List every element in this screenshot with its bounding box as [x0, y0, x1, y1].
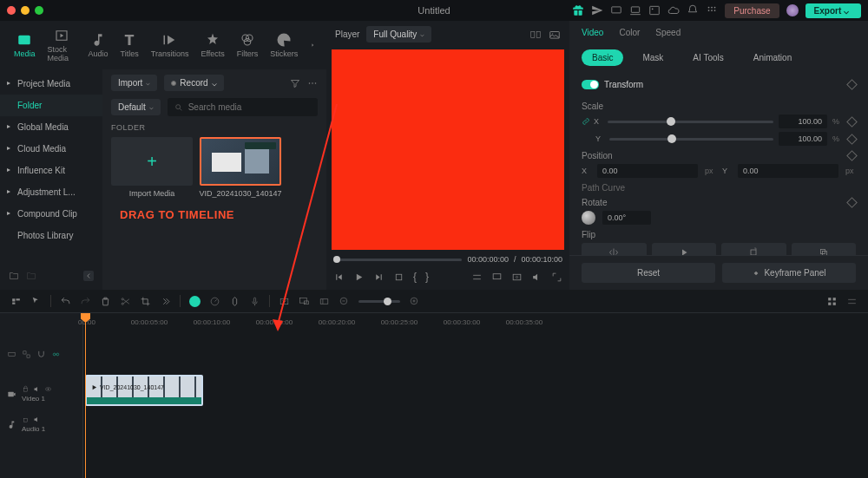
sidebar-item-adjustment[interactable]: Adjustment L...: [0, 181, 102, 203]
link-icon[interactable]: [51, 350, 61, 359]
eye-icon[interactable]: [44, 385, 52, 393]
more-icon[interactable]: [307, 78, 318, 88]
timeline-ruler[interactable]: 00:0000:00:05:0000:00:10:0000:00:15:0000…: [83, 313, 868, 336]
timeline-tracks[interactable]: 00:0000:00:05:0000:00:10:0000:00:15:0000…: [83, 313, 868, 478]
mark-out-icon[interactable]: }: [425, 271, 429, 283]
pos-x-value[interactable]: 0.00: [597, 164, 698, 178]
sidebar-item-influence-kit[interactable]: Influence Kit: [0, 160, 102, 181]
flip-copy-button[interactable]: [792, 243, 857, 255]
scale-y-value[interactable]: 100.00: [779, 132, 827, 146]
next-frame-icon[interactable]: [373, 272, 385, 283]
sort-dropdown[interactable]: Default: [111, 99, 161, 115]
grid-icon[interactable]: [826, 296, 838, 307]
scale-y-slider[interactable]: [609, 138, 773, 141]
filter-icon[interactable]: [290, 78, 300, 88]
play-icon[interactable]: [353, 272, 365, 283]
pointer-tool-icon[interactable]: [10, 296, 22, 307]
subtab-ai-tools[interactable]: AI Tools: [682, 49, 733, 66]
select-tool-icon[interactable]: [30, 296, 42, 307]
settings-icon[interactable]: [471, 272, 483, 283]
timeline-clip[interactable]: VID_20241030_140147: [85, 375, 203, 406]
export-button[interactable]: Export ⌵: [806, 3, 861, 18]
snapshot-icon[interactable]: [549, 29, 561, 41]
sidebar-item-photos[interactable]: Photos Library: [0, 225, 102, 246]
window-controls[interactable]: [7, 6, 43, 15]
keyframe-icon[interactable]: [846, 79, 858, 90]
mark-in-icon[interactable]: {: [413, 271, 417, 283]
transform-toggle[interactable]: [582, 80, 599, 89]
nav-more-icon[interactable]: [310, 41, 316, 49]
toggle-track-icon[interactable]: [7, 350, 16, 359]
audio-track[interactable]: [83, 409, 868, 433]
speed-icon[interactable]: [209, 296, 220, 307]
sidebar-item-global-media[interactable]: Global Media: [0, 116, 102, 138]
mute-icon[interactable]: [33, 385, 41, 393]
volume-icon[interactable]: [531, 272, 542, 283]
keyframe-icon[interactable]: [846, 134, 858, 145]
collapse-icon[interactable]: [83, 271, 94, 281]
nav-stock-media[interactable]: Stock Media: [44, 26, 80, 64]
voiceover-icon[interactable]: [249, 296, 260, 307]
time-scrubber[interactable]: [333, 259, 462, 261]
compare-icon[interactable]: [529, 29, 542, 41]
sidebar-item-project-media[interactable]: Project Media: [0, 73, 102, 95]
tab-speed[interactable]: Speed: [655, 28, 681, 43]
notification-icon[interactable]: [687, 4, 699, 16]
rotate-value[interactable]: 0.00°: [602, 211, 651, 225]
crop-icon[interactable]: [511, 272, 523, 283]
keyframe-panel-button[interactable]: Keyframe Panel: [722, 263, 856, 283]
nav-media[interactable]: Media: [10, 30, 39, 60]
playhead[interactable]: [85, 313, 86, 478]
nav-stickers[interactable]: Stickers: [266, 30, 301, 60]
mute-icon[interactable]: [33, 416, 41, 423]
stop-icon[interactable]: [393, 272, 404, 283]
split-icon[interactable]: [120, 296, 131, 307]
zoom-out-icon[interactable]: [339, 296, 350, 307]
more-tools-icon[interactable]: [160, 296, 171, 307]
nav-effects[interactable]: Effects: [197, 30, 227, 60]
scale-x-value[interactable]: 100.00: [779, 115, 827, 128]
marker-add-icon[interactable]: [229, 296, 240, 307]
subtab-animation[interactable]: Animation: [743, 49, 802, 66]
link-track-icon[interactable]: [22, 350, 31, 359]
crop-tool-icon[interactable]: [140, 296, 151, 307]
flip-vertical-button[interactable]: [652, 243, 717, 255]
reset-button[interactable]: Reset: [582, 263, 715, 283]
keyframe-icon[interactable]: [846, 197, 858, 208]
fullscreen-icon[interactable]: [551, 272, 562, 283]
link-icon[interactable]: [582, 115, 590, 128]
folder-icon[interactable]: [26, 271, 36, 281]
zoom-slider[interactable]: [358, 300, 400, 303]
tab-video[interactable]: Video: [582, 28, 603, 43]
quality-dropdown[interactable]: Full Quality: [366, 26, 431, 43]
flip-horizontal-button[interactable]: [582, 243, 647, 255]
apps-icon[interactable]: [706, 4, 718, 16]
rotate-knob[interactable]: [582, 211, 595, 225]
keyframe-icon[interactable]: [846, 116, 858, 128]
video-track[interactable]: VID_20241030_140147: [83, 372, 868, 409]
send-icon[interactable]: [591, 4, 603, 16]
media-clip-tile[interactable]: VID_20241030_140147: [200, 137, 281, 198]
cloud-icon[interactable]: [667, 4, 680, 16]
preview-canvas[interactable]: [332, 49, 564, 250]
avatar[interactable]: [786, 4, 799, 16]
purchase-button[interactable]: Purchase: [725, 3, 779, 18]
lock-icon[interactable]: [22, 416, 30, 423]
settings-dropdown-icon[interactable]: [846, 296, 858, 307]
flip-rotate-button[interactable]: [721, 243, 786, 255]
record-button[interactable]: Record ⌵: [164, 75, 223, 91]
display-icon[interactable]: [491, 272, 503, 283]
aspect-icon[interactable]: [319, 296, 330, 307]
tab-color[interactable]: Color: [619, 28, 640, 43]
screen-rec-icon[interactable]: [299, 296, 310, 307]
nav-titles[interactable]: Titles: [117, 30, 142, 60]
screen-icon[interactable]: [629, 4, 641, 16]
import-media-tile[interactable]: + Import Media: [111, 137, 193, 198]
image-icon[interactable]: [648, 4, 661, 16]
magnet-icon[interactable]: [36, 350, 46, 359]
lock-icon[interactable]: [22, 385, 30, 393]
search-input[interactable]: [168, 98, 318, 116]
nav-filters[interactable]: Filters: [233, 30, 262, 60]
gift-icon[interactable]: [572, 4, 584, 16]
redo-icon[interactable]: [80, 296, 91, 307]
